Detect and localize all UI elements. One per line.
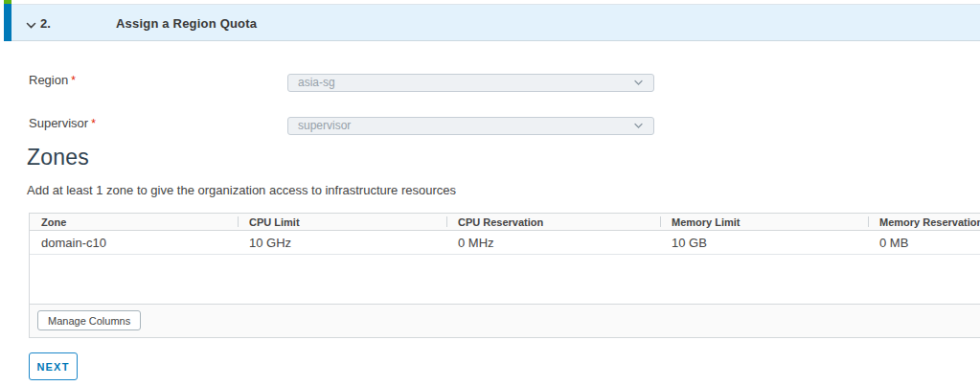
supervisor-select-value: supervisor xyxy=(298,118,633,134)
active-step-indicator xyxy=(4,4,11,41)
cell-cpu-reservation: 0 MHz xyxy=(446,231,660,255)
step-number: 2. xyxy=(40,16,51,31)
cell-memory-limit: 10 GB xyxy=(660,231,868,255)
cell-cpu-limit: 10 GHz xyxy=(238,231,446,255)
chevron-down-icon[interactable] xyxy=(25,18,37,35)
region-label: Region* xyxy=(29,73,76,87)
zones-description: Add at least 1 zone to give the organiza… xyxy=(27,183,456,197)
zones-table: Zone CPU Limit CPU Reservation Memory Li… xyxy=(29,213,980,338)
region-select[interactable]: asia-sg xyxy=(287,74,654,92)
manage-columns-button[interactable]: Manage Columns xyxy=(37,310,141,330)
supervisor-label: Supervisor* xyxy=(29,116,96,130)
zones-heading: Zones xyxy=(27,145,89,170)
region-select-value: asia-sg xyxy=(298,75,633,91)
table-header-row: Zone CPU Limit CPU Reservation Memory Li… xyxy=(30,214,980,231)
column-header-memory-reservation[interactable]: Memory Reservation xyxy=(868,214,980,231)
cell-memory-reservation: 0 MB xyxy=(868,231,980,255)
step-header[interactable]: 2. Assign a Region Quota xyxy=(4,4,980,41)
step-title: Assign a Region Quota xyxy=(116,16,257,31)
column-header-zone[interactable]: Zone xyxy=(30,214,238,231)
chevron-down-icon xyxy=(633,78,644,88)
chevron-down-icon xyxy=(633,121,644,131)
assign-region-quota-step: 2. Assign a Region Quota Region* asia-sg… xyxy=(0,0,980,386)
table-footer: Manage Columns xyxy=(30,304,980,338)
column-header-cpu-limit[interactable]: CPU Limit xyxy=(238,214,446,231)
cell-zone: domain-c10 xyxy=(30,231,238,255)
required-marker: * xyxy=(91,117,96,130)
required-marker: * xyxy=(71,74,76,87)
supervisor-select[interactable]: supervisor xyxy=(287,117,654,135)
next-button[interactable]: NEXT xyxy=(29,352,78,380)
column-header-cpu-reservation[interactable]: CPU Reservation xyxy=(446,214,660,231)
column-header-memory-limit[interactable]: Memory Limit xyxy=(660,214,868,231)
table-row[interactable]: domain-c10 10 GHz 0 MHz 10 GB 0 MB xyxy=(30,231,980,255)
